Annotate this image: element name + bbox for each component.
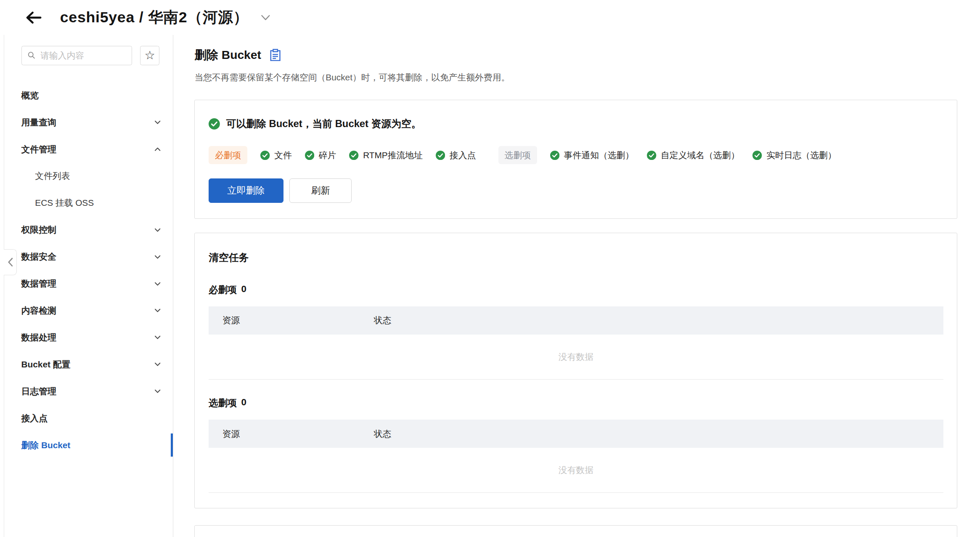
sidebar-item-label: ECS 挂载 OSS bbox=[35, 197, 94, 209]
resource-check-row: 必删项 文件 碎片 RTMP推流地址 接入点 bbox=[209, 146, 943, 164]
optional-badge: 选删项 bbox=[498, 146, 537, 164]
optional-item-real-time-log: 实时日志（选删） bbox=[752, 149, 836, 161]
sidebar-item-file-management[interactable]: 文件管理 bbox=[0, 136, 173, 163]
search-icon bbox=[27, 51, 35, 60]
sidebar-item-permission-control[interactable]: 权限控制 bbox=[0, 216, 173, 243]
optional-item-custom-domain: 自定义域名（选删） bbox=[647, 149, 739, 161]
sidebar-item-label: 概览 bbox=[21, 90, 39, 101]
optional-items-table: 资源 状态 没有数据 bbox=[209, 420, 943, 493]
search-input[interactable] bbox=[40, 51, 126, 61]
sidebar-item-label: 数据安全 bbox=[21, 251, 56, 263]
sidebar-item-label: 权限控制 bbox=[21, 224, 56, 236]
check-item-label: 接入点 bbox=[450, 149, 476, 161]
required-section-label: 必删项 0 bbox=[209, 284, 943, 296]
sidebar-item-label: Bucket 配置 bbox=[21, 359, 71, 370]
faq-card: 常见问题 bbox=[194, 525, 957, 537]
required-badge: 必删项 bbox=[209, 146, 247, 164]
check-circle-icon bbox=[436, 151, 445, 160]
sidebar-item-bucket-config[interactable]: Bucket 配置 bbox=[0, 351, 173, 378]
column-header-resource: 资源 bbox=[209, 314, 374, 326]
table-header-row: 资源 状态 bbox=[209, 420, 943, 448]
sidebar-item-data-security[interactable]: 数据安全 bbox=[0, 243, 173, 270]
sidebar: ☆ 概览 用量查询 文件管理 文件列表 ECS bbox=[0, 35, 173, 537]
check-circle-icon bbox=[209, 118, 220, 130]
column-header-status: 状态 bbox=[374, 428, 392, 440]
tasks-card-title: 清空任务 bbox=[209, 251, 943, 264]
check-item-label: 碎片 bbox=[319, 149, 336, 161]
chevron-down-icon bbox=[154, 387, 162, 395]
optional-item-event-notification: 事件通知（选删） bbox=[550, 149, 634, 161]
check-item-label: 事件通知（选删） bbox=[564, 149, 634, 161]
back-arrow-icon bbox=[25, 10, 42, 25]
empty-state-text: 没有数据 bbox=[209, 335, 943, 380]
sidebar-item-data-processing[interactable]: 数据处理 bbox=[0, 324, 173, 351]
sidebar-item-file-list[interactable]: 文件列表 bbox=[0, 163, 173, 190]
chevron-left-icon bbox=[7, 257, 13, 267]
check-circle-icon bbox=[349, 151, 358, 160]
check-circle-icon bbox=[647, 151, 656, 160]
sidebar-search-box bbox=[21, 46, 132, 65]
favorite-star-button[interactable]: ☆ bbox=[140, 46, 159, 65]
column-header-resource: 资源 bbox=[209, 428, 374, 440]
required-item-access-point: 接入点 bbox=[436, 149, 476, 161]
check-circle-icon bbox=[305, 151, 314, 160]
status-message: 可以删除 Bucket，当前 Bucket 资源为空。 bbox=[226, 117, 421, 130]
check-item-label: RTMP推流地址 bbox=[363, 149, 423, 161]
chevron-down-icon bbox=[154, 118, 162, 126]
sidebar-item-ecs-mount-oss[interactable]: ECS 挂载 OSS bbox=[0, 189, 173, 216]
required-item-files: 文件 bbox=[260, 149, 291, 161]
sidebar-item-label: 数据管理 bbox=[21, 278, 56, 290]
chevron-down-icon bbox=[154, 306, 162, 314]
main-content: 删除 Bucket 当您不再需要保留某个存储空间（Bucket）时，可将其删除，… bbox=[173, 35, 980, 537]
check-circle-icon bbox=[550, 151, 559, 160]
bucket-title: ceshi5yea / 华南2（河源） bbox=[60, 8, 249, 28]
sidebar-item-data-management[interactable]: 数据管理 bbox=[0, 270, 173, 297]
sidebar-item-usage-query[interactable]: 用量查询 bbox=[0, 109, 173, 136]
chevron-down-icon bbox=[154, 226, 162, 234]
sidebar-item-label: 日志管理 bbox=[21, 385, 56, 397]
sidebar-nav: 概览 用量查询 文件管理 文件列表 ECS 挂载 OSS 权限控制 bbox=[0, 82, 173, 459]
delete-status-card: 可以删除 Bucket，当前 Bucket 资源为空。 必删项 文件 碎片 RT… bbox=[194, 100, 957, 219]
optional-count: 0 bbox=[241, 397, 246, 409]
page-description: 当您不再需要保留某个存储空间（Bucket）时，可将其删除，以免产生额外费用。 bbox=[194, 72, 957, 83]
required-items-table: 资源 状态 没有数据 bbox=[209, 306, 943, 380]
sidebar-item-content-moderation[interactable]: 内容检测 bbox=[0, 297, 173, 324]
page-header: ceshi5yea / 华南2（河源） bbox=[0, 0, 980, 35]
column-header-status: 状态 bbox=[374, 314, 392, 326]
sidebar-item-label: 文件管理 bbox=[21, 144, 56, 155]
bucket-switch-chevron-down-icon[interactable] bbox=[260, 13, 271, 22]
sidebar-item-label: 用量查询 bbox=[21, 117, 56, 128]
check-item-label: 自定义域名（选删） bbox=[661, 149, 739, 161]
chevron-down-icon bbox=[154, 333, 162, 341]
sidebar-item-label: 内容检测 bbox=[21, 305, 56, 316]
panel-collapse-button[interactable] bbox=[4, 249, 17, 275]
check-circle-icon bbox=[260, 151, 270, 160]
sidebar-item-label: 文件列表 bbox=[35, 170, 70, 182]
table-header-row: 资源 状态 bbox=[209, 306, 943, 335]
delete-now-button[interactable]: 立即删除 bbox=[209, 178, 283, 203]
section-label-text: 必删项 bbox=[209, 284, 237, 296]
empty-state-text: 没有数据 bbox=[209, 448, 943, 493]
sidebar-item-delete-bucket[interactable]: 删除 Bucket bbox=[0, 432, 173, 459]
clipboard-document-icon[interactable] bbox=[270, 49, 281, 61]
sidebar-item-label: 接入点 bbox=[21, 412, 48, 424]
clear-tasks-card: 清空任务 必删项 0 资源 状态 没有数据 选删项 0 bbox=[194, 233, 957, 508]
required-count: 0 bbox=[241, 284, 246, 296]
star-icon: ☆ bbox=[144, 48, 155, 62]
section-label-text: 选删项 bbox=[209, 397, 237, 409]
back-button[interactable] bbox=[25, 10, 42, 25]
sidebar-item-label: 删除 Bucket bbox=[21, 439, 71, 451]
chevron-down-icon bbox=[154, 360, 162, 368]
page-title: 删除 Bucket bbox=[194, 47, 261, 63]
sidebar-item-label: 数据处理 bbox=[21, 332, 56, 343]
sidebar-item-log-management[interactable]: 日志管理 bbox=[0, 378, 173, 405]
check-circle-icon bbox=[752, 151, 762, 160]
chevron-down-icon bbox=[154, 280, 162, 288]
check-item-label: 文件 bbox=[274, 149, 292, 161]
sidebar-item-overview[interactable]: 概览 bbox=[0, 82, 173, 109]
sidebar-item-access-point[interactable]: 接入点 bbox=[0, 405, 173, 432]
chevron-down-icon bbox=[154, 253, 162, 261]
refresh-button[interactable]: 刷新 bbox=[289, 178, 352, 203]
required-item-fragments: 碎片 bbox=[305, 149, 336, 161]
oss-bucket-console: ceshi5yea / 华南2（河源） ☆ bbox=[0, 0, 980, 537]
